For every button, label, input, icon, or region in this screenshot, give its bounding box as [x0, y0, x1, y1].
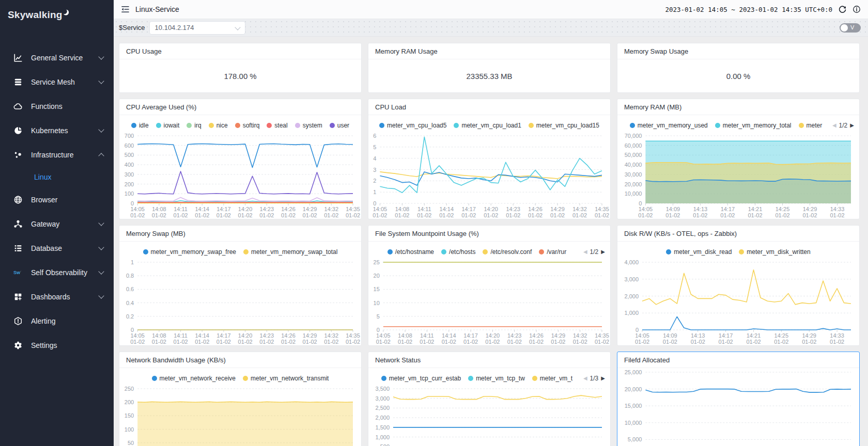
- prev-page-icon[interactable]: ◀: [583, 376, 587, 381]
- legend-item-meter-vm-network-transmit[interactable]: meter_vm_network_transmit: [243, 375, 329, 382]
- svg-text:14:17: 14:17: [216, 206, 231, 212]
- legend-item-var-rur[interactable]: /var/rur: [539, 248, 566, 256]
- svg-text:01-02: 01-02: [635, 339, 649, 345]
- chart-card-cpu-average-used: CPU Average Used (%)idleiowaitirqnicesof…: [119, 99, 362, 219]
- sidebar-item-browser[interactable]: Browser: [0, 187, 114, 212]
- legend-item-idle[interactable]: idle: [131, 122, 149, 129]
- legend-item-etc-resolv-conf[interactable]: /etc/resolv.conf: [483, 248, 532, 256]
- svg-text:250: 250: [125, 386, 134, 392]
- legend-item-steal[interactable]: steal: [267, 122, 287, 129]
- svg-text:01-02: 01-02: [395, 212, 409, 218]
- svg-text:50,000: 50,000: [625, 152, 642, 158]
- legend-item-meter-vm-cpu-load15[interactable]: meter_vm_cpu_load15: [529, 122, 599, 129]
- svg-text:01-02: 01-02: [439, 212, 454, 218]
- card-title-bar: CPU Average Used (%): [119, 99, 361, 115]
- legend-item-meter-vm-memory-swap-free[interactable]: meter_vm_memory_swap_free: [143, 248, 236, 256]
- legend-item-etc-hosts[interactable]: /etc/hosts: [441, 248, 475, 256]
- svg-text:01-02: 01-02: [417, 212, 431, 218]
- sidebar-item-label: Self Observability: [31, 268, 99, 277]
- legend-items: meter_vm_memory_usedmeter_vm_memory_tota…: [623, 122, 829, 129]
- collapse-menu-icon[interactable]: [121, 5, 130, 13]
- card-title: CPU Average Used (%): [126, 103, 196, 111]
- sidebar-item-alerting[interactable]: Alerting: [0, 309, 114, 333]
- next-page-icon[interactable]: ▶: [601, 249, 605, 254]
- svg-text:14:17: 14:17: [719, 332, 733, 339]
- legend-item-meter-vm-network-receive[interactable]: meter_vm_network_receive: [152, 375, 236, 382]
- view-toggle[interactable]: V: [840, 23, 861, 33]
- svg-text:14:13: 14:13: [693, 206, 708, 212]
- dashboards-icon: [13, 292, 23, 302]
- legend: meter_vm_disk_readmeter_vm_disk_written: [617, 246, 859, 258]
- sidebar-item-dashboards[interactable]: Dashboards: [0, 284, 114, 309]
- chart-plot: 25020015010050014:0501-0214:0801-0214:11…: [119, 385, 361, 446]
- svg-text:0.6: 0.6: [126, 286, 134, 292]
- legend-item-meter-vm-memory-swap-total[interactable]: meter_vm_memory_swap_total: [243, 248, 337, 256]
- svg-text:14:26: 14:26: [529, 332, 544, 339]
- card-title: Memory Swap Usage: [624, 47, 688, 55]
- legend-label: meter_vm_memory_swap_free: [151, 248, 236, 256]
- svg-text:50: 50: [128, 440, 134, 446]
- svg-text:01-02: 01-02: [130, 212, 145, 218]
- svg-text:01-02: 01-02: [595, 339, 609, 345]
- legend-item-meter-vm-tcp-curr-estab[interactable]: meter_vm_tcp_curr_estab: [381, 375, 461, 382]
- refresh-icon[interactable]: [838, 5, 847, 14]
- legend-item-system[interactable]: system: [295, 122, 322, 129]
- next-page-icon[interactable]: ▶: [601, 376, 605, 381]
- svg-text:14:08: 14:08: [152, 332, 166, 339]
- svg-text:01-02: 01-02: [346, 212, 360, 218]
- sidebar-item-gateway[interactable]: Gateway: [0, 212, 114, 236]
- sidebar-item-infrastructure[interactable]: Infrastructure: [0, 142, 114, 167]
- legend-item-meter-vm-t[interactable]: meter_vm_t: [532, 375, 572, 382]
- legend-item-irq[interactable]: irq: [187, 122, 201, 129]
- chart-plot: 654321014:0501-0214:0801-0214:1101-0214:…: [368, 132, 610, 219]
- sidebar-item-general-service[interactable]: General Service: [0, 45, 114, 70]
- service-select[interactable]: 10.104.2.174: [149, 21, 245, 35]
- svg-text:14:35: 14:35: [346, 206, 360, 212]
- prev-page-icon[interactable]: ◀: [832, 123, 836, 128]
- legend-item-meter-vm-cpu-load5[interactable]: meter_vm_cpu_load5: [379, 122, 446, 129]
- sidebar-item-functions[interactable]: Functions: [0, 94, 114, 118]
- legend-label: meter: [807, 122, 823, 129]
- legend-item-meter-vm-tcp-tw[interactable]: meter_vm_tcp_tw: [468, 375, 525, 382]
- legend-item-meter-vm-memory-total[interactable]: meter_vm_memory_total: [715, 122, 792, 129]
- stat-value-wrap: 23355.33MB: [368, 59, 610, 92]
- sidebar-subitem-linux[interactable]: Linux: [0, 167, 114, 187]
- legend-item-nice[interactable]: nice: [209, 122, 228, 129]
- svg-text:01-02: 01-02: [638, 212, 653, 218]
- legend-dot: [235, 123, 240, 128]
- legend-item-meter-vm-disk-written[interactable]: meter_vm_disk_written: [739, 248, 810, 256]
- sidebar-item-database[interactable]: Database: [0, 236, 114, 260]
- stat-unit: %: [250, 72, 256, 81]
- svg-text:1,500: 1,500: [375, 424, 390, 431]
- svg-text:01-02: 01-02: [550, 212, 565, 218]
- next-page-icon[interactable]: ▶: [850, 123, 854, 128]
- legend-items: /etc/hostname/etc/hosts/etc/resolv.conf/…: [374, 248, 580, 256]
- svg-text:14:26: 14:26: [528, 206, 542, 212]
- legend-item-meter[interactable]: meter: [799, 122, 823, 129]
- chart-svg: 25020015010050014:0501-0214:0801-0214:11…: [119, 385, 361, 446]
- legend-item-meter-vm-cpu-load1[interactable]: meter_vm_cpu_load1: [454, 122, 521, 129]
- legend-label: meter_vm_tcp_tw: [476, 375, 525, 382]
- sidebar-item-settings[interactable]: Settings: [0, 333, 114, 357]
- legend-item-meter-vm-memory-used[interactable]: meter_vm_memory_used: [630, 122, 708, 129]
- moon-icon: [63, 7, 70, 19]
- sidebar-item-kubernetes[interactable]: Kubernetes: [0, 118, 114, 142]
- svg-text:01-02: 01-02: [802, 339, 816, 345]
- legend: meter_vm_memory_usedmeter_vm_memory_tota…: [617, 119, 859, 132]
- time-range[interactable]: 2023-01-02 14:05 ~ 2023-01-02 14:35 UTC+…: [665, 6, 832, 13]
- sidebar-item-service-mesh[interactable]: Service Mesh: [0, 70, 114, 94]
- legend-dot: [630, 123, 635, 128]
- legend-item-user[interactable]: user: [330, 122, 349, 129]
- svg-text:14:29: 14:29: [802, 332, 816, 339]
- legend-item-iowait[interactable]: iowait: [156, 122, 180, 129]
- svg-text:01-02: 01-02: [572, 212, 587, 218]
- prev-page-icon[interactable]: ◀: [583, 249, 587, 254]
- sidebar-item-self-observability[interactable]: SwSelf Observability: [0, 260, 114, 284]
- legend-item-etc-hostname[interactable]: /etc/hostname: [388, 248, 434, 256]
- info-icon[interactable]: [853, 5, 861, 13]
- legend: meter_vm_tcp_curr_estabmeter_vm_tcp_twme…: [368, 372, 610, 385]
- legend-item-meter-vm-disk-read[interactable]: meter_vm_disk_read: [666, 248, 732, 256]
- svg-text:14:05: 14:05: [373, 206, 388, 212]
- legend-item-softirq[interactable]: softirq: [235, 122, 260, 129]
- svg-text:14:11: 14:11: [174, 332, 188, 339]
